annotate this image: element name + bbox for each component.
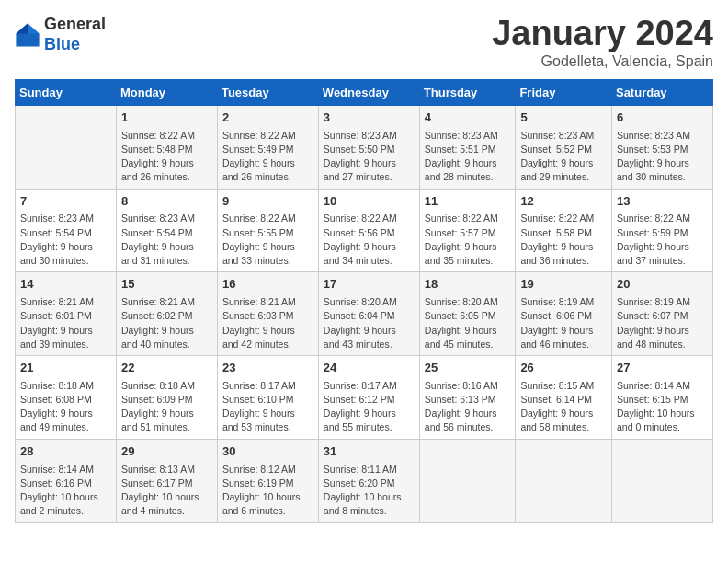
- day-info: Sunrise: 8:23 AMSunset: 5:52 PMDaylight:…: [520, 129, 607, 185]
- day-number: 10: [324, 193, 415, 211]
- day-info: Sunrise: 8:14 AMSunset: 6:16 PMDaylight:…: [20, 463, 111, 519]
- calendar-cell: 27Sunrise: 8:14 AMSunset: 6:15 PMDayligh…: [611, 355, 712, 439]
- calendar-cell: 22Sunrise: 8:18 AMSunset: 6:09 PMDayligh…: [116, 355, 217, 439]
- day-number: 4: [425, 109, 511, 127]
- calendar-cell: [16, 105, 117, 189]
- day-number: 7: [20, 193, 111, 211]
- page-header: General Blue January 2024 Godelleta, Val…: [15, 15, 713, 70]
- calendar-cell: 8Sunrise: 8:23 AMSunset: 5:54 PMDaylight…: [116, 189, 217, 272]
- logo-blue-text: Blue: [44, 35, 80, 53]
- header-cell-friday: Friday: [516, 79, 612, 105]
- day-info: Sunrise: 8:16 AMSunset: 6:13 PMDaylight:…: [425, 379, 511, 435]
- day-info: Sunrise: 8:13 AMSunset: 6:17 PMDaylight:…: [121, 463, 212, 519]
- day-number: 5: [520, 109, 607, 127]
- day-number: 8: [121, 193, 212, 211]
- day-info: Sunrise: 8:17 AMSunset: 6:12 PMDaylight:…: [324, 379, 415, 435]
- header-cell-saturday: Saturday: [611, 79, 712, 105]
- day-info: Sunrise: 8:20 AMSunset: 6:04 PMDaylight:…: [324, 295, 415, 351]
- day-info: Sunrise: 8:21 AMSunset: 6:02 PMDaylight:…: [121, 295, 212, 351]
- calendar-cell: 28Sunrise: 8:14 AMSunset: 6:16 PMDayligh…: [16, 439, 117, 523]
- calendar-cell: [516, 439, 612, 523]
- calendar-body: 1Sunrise: 8:22 AMSunset: 5:48 PMDaylight…: [16, 105, 713, 523]
- header-cell-wednesday: Wednesday: [318, 79, 419, 105]
- calendar-cell: 14Sunrise: 8:21 AMSunset: 6:01 PMDayligh…: [16, 272, 117, 356]
- calendar-cell: 11Sunrise: 8:22 AMSunset: 5:57 PMDayligh…: [419, 189, 516, 272]
- day-number: 31: [324, 443, 415, 461]
- calendar-cell: 18Sunrise: 8:20 AMSunset: 6:05 PMDayligh…: [419, 272, 516, 356]
- calendar-cell: 17Sunrise: 8:20 AMSunset: 6:04 PMDayligh…: [318, 272, 419, 356]
- calendar-title: January 2024: [492, 15, 713, 53]
- day-info: Sunrise: 8:21 AMSunset: 6:03 PMDaylight:…: [222, 295, 313, 351]
- day-number: 13: [617, 193, 708, 211]
- day-number: 27: [617, 360, 708, 377]
- day-number: 11: [425, 193, 511, 211]
- calendar-cell: 13Sunrise: 8:22 AMSunset: 5:59 PMDayligh…: [611, 189, 712, 272]
- day-info: Sunrise: 8:15 AMSunset: 6:14 PMDaylight:…: [520, 379, 607, 435]
- day-info: Sunrise: 8:19 AMSunset: 6:06 PMDaylight:…: [520, 295, 607, 351]
- calendar-cell: 9Sunrise: 8:22 AMSunset: 5:55 PMDaylight…: [217, 189, 318, 272]
- header-cell-tuesday: Tuesday: [217, 79, 318, 105]
- day-info: Sunrise: 8:23 AMSunset: 5:51 PMDaylight:…: [425, 129, 511, 185]
- day-info: Sunrise: 8:22 AMSunset: 5:59 PMDaylight:…: [617, 212, 708, 268]
- day-info: Sunrise: 8:23 AMSunset: 5:54 PMDaylight:…: [20, 212, 111, 268]
- header-cell-sunday: Sunday: [16, 79, 117, 105]
- calendar-cell: 25Sunrise: 8:16 AMSunset: 6:13 PMDayligh…: [419, 355, 516, 439]
- day-number: 25: [425, 360, 511, 377]
- calendar-cell: 20Sunrise: 8:19 AMSunset: 6:07 PMDayligh…: [611, 272, 712, 356]
- calendar-cell: 12Sunrise: 8:22 AMSunset: 5:58 PMDayligh…: [516, 189, 612, 272]
- week-row-3: 14Sunrise: 8:21 AMSunset: 6:01 PMDayligh…: [16, 272, 713, 356]
- day-info: Sunrise: 8:19 AMSunset: 6:07 PMDaylight:…: [617, 295, 708, 351]
- day-info: Sunrise: 8:22 AMSunset: 5:55 PMDaylight:…: [222, 212, 313, 268]
- calendar-cell: 15Sunrise: 8:21 AMSunset: 6:02 PMDayligh…: [116, 272, 217, 356]
- day-info: Sunrise: 8:22 AMSunset: 5:57 PMDaylight:…: [425, 212, 511, 268]
- day-info: Sunrise: 8:23 AMSunset: 5:50 PMDaylight:…: [324, 129, 415, 185]
- day-number: 20: [617, 276, 708, 293]
- day-info: Sunrise: 8:14 AMSunset: 6:15 PMDaylight:…: [617, 379, 708, 435]
- calendar-cell: 6Sunrise: 8:23 AMSunset: 5:53 PMDaylight…: [611, 105, 712, 189]
- calendar-cell: 23Sunrise: 8:17 AMSunset: 6:10 PMDayligh…: [217, 355, 318, 439]
- logo-general-text: General: [44, 15, 106, 33]
- calendar-subtitle: Godelleta, Valencia, Spain: [492, 53, 713, 70]
- week-row-5: 28Sunrise: 8:14 AMSunset: 6:16 PMDayligh…: [16, 439, 713, 523]
- day-number: 6: [617, 109, 708, 127]
- day-number: 23: [222, 360, 313, 377]
- week-row-4: 21Sunrise: 8:18 AMSunset: 6:08 PMDayligh…: [16, 355, 713, 439]
- day-info: Sunrise: 8:23 AMSunset: 5:54 PMDaylight:…: [121, 212, 212, 268]
- day-number: 1: [121, 109, 212, 127]
- calendar-cell: 29Sunrise: 8:13 AMSunset: 6:17 PMDayligh…: [116, 439, 217, 523]
- day-number: 26: [520, 360, 607, 377]
- day-info: Sunrise: 8:22 AMSunset: 5:58 PMDaylight:…: [520, 212, 607, 268]
- day-info: Sunrise: 8:17 AMSunset: 6:10 PMDaylight:…: [222, 379, 313, 435]
- day-number: 12: [520, 193, 607, 211]
- week-row-2: 7Sunrise: 8:23 AMSunset: 5:54 PMDaylight…: [16, 189, 713, 272]
- calendar-cell: 10Sunrise: 8:22 AMSunset: 5:56 PMDayligh…: [318, 189, 419, 272]
- calendar-cell: 31Sunrise: 8:11 AMSunset: 6:20 PMDayligh…: [318, 439, 419, 523]
- day-number: 28: [20, 443, 111, 461]
- day-number: 17: [324, 276, 415, 293]
- day-info: Sunrise: 8:23 AMSunset: 5:53 PMDaylight:…: [617, 129, 708, 185]
- day-number: 3: [324, 109, 415, 127]
- calendar-cell: 30Sunrise: 8:12 AMSunset: 6:19 PMDayligh…: [217, 439, 318, 523]
- header-cell-thursday: Thursday: [419, 79, 516, 105]
- header-cell-monday: Monday: [116, 79, 217, 105]
- day-info: Sunrise: 8:11 AMSunset: 6:20 PMDaylight:…: [324, 463, 415, 519]
- day-info: Sunrise: 8:22 AMSunset: 5:49 PMDaylight:…: [222, 129, 313, 185]
- svg-marker-1: [28, 23, 40, 33]
- calendar-cell: 3Sunrise: 8:23 AMSunset: 5:50 PMDaylight…: [318, 105, 419, 189]
- day-info: Sunrise: 8:12 AMSunset: 6:19 PMDaylight:…: [222, 463, 313, 519]
- day-info: Sunrise: 8:18 AMSunset: 6:09 PMDaylight:…: [121, 379, 212, 435]
- logo: General Blue: [15, 15, 106, 54]
- day-number: 21: [20, 360, 111, 377]
- calendar-table: SundayMondayTuesdayWednesdayThursdayFrid…: [15, 79, 713, 523]
- day-info: Sunrise: 8:22 AMSunset: 5:48 PMDaylight:…: [121, 129, 212, 185]
- day-number: 30: [222, 443, 313, 461]
- day-number: 22: [121, 360, 212, 377]
- day-info: Sunrise: 8:22 AMSunset: 5:56 PMDaylight:…: [324, 212, 415, 268]
- day-number: 24: [324, 360, 415, 377]
- day-info: Sunrise: 8:20 AMSunset: 6:05 PMDaylight:…: [425, 295, 511, 351]
- calendar-cell: 7Sunrise: 8:23 AMSunset: 5:54 PMDaylight…: [16, 189, 117, 272]
- day-number: 2: [222, 109, 313, 127]
- calendar-cell: [419, 439, 516, 523]
- day-number: 16: [222, 276, 313, 293]
- calendar-cell: 26Sunrise: 8:15 AMSunset: 6:14 PMDayligh…: [516, 355, 612, 439]
